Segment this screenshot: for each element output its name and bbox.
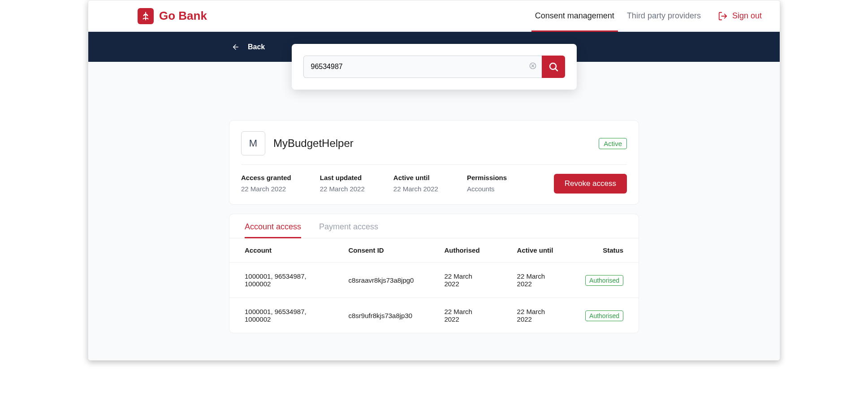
search-button[interactable] — [542, 56, 565, 78]
meta-active-until-value: 22 March 2022 — [393, 185, 438, 193]
cell-status: Authorised — [570, 263, 639, 298]
meta-access-granted-value: 22 March 2022 — [241, 185, 291, 193]
provider-card: M MyBudgetHelper Active Access granted 2… — [229, 120, 639, 205]
cell-authorised: 22 March 2022 — [429, 298, 501, 333]
access-card: Account access Payment access Account Co… — [229, 214, 639, 333]
meta-last-updated-label: Last updated — [320, 174, 365, 181]
meta-active-until-label: Active until — [393, 174, 438, 181]
status-badge: Active — [599, 138, 627, 149]
provider-avatar: M — [241, 131, 265, 155]
search-icon — [548, 61, 559, 72]
top-nav: Consent management Third party providers… — [535, 0, 762, 31]
svg-line-6 — [555, 69, 557, 71]
sign-out-button[interactable]: Sign out — [718, 11, 762, 21]
cell-status: Authorised — [570, 298, 639, 333]
brand[interactable]: Go Bank — [138, 8, 207, 24]
provider-name: MyBudgetHelper — [273, 137, 354, 150]
cell-consent-id: c8sraavr8kjs73a8jpg0 — [333, 263, 429, 298]
back-button[interactable]: Back — [232, 43, 265, 51]
cell-account: 1000001, 96534987, 1000002 — [229, 263, 333, 298]
meta-permissions-value: Accounts — [467, 185, 507, 193]
col-active-until: Active until — [502, 238, 570, 263]
access-table: Account Consent ID Authorised Active unt… — [229, 238, 639, 333]
meta-last-updated-value: 22 March 2022 — [320, 185, 365, 193]
back-label: Back — [248, 43, 265, 51]
status-badge: Authorised — [585, 310, 623, 321]
tab-payment-access[interactable]: Payment access — [319, 222, 378, 238]
status-badge: Authorised — [585, 275, 623, 286]
brand-logo-icon — [138, 8, 154, 24]
revoke-access-button[interactable]: Revoke access — [554, 174, 627, 194]
clear-search-icon[interactable] — [529, 62, 536, 71]
col-account: Account — [229, 238, 333, 263]
meta-permissions-label: Permissions — [467, 174, 507, 181]
sign-out-label: Sign out — [732, 11, 762, 21]
search-card — [292, 44, 577, 90]
meta-access-granted-label: Access granted — [241, 174, 291, 181]
sign-out-icon — [718, 11, 728, 21]
table-row[interactable]: 1000001, 96534987, 1000002 c8sr9ufr8kjs7… — [229, 298, 639, 333]
arrow-left-icon — [232, 43, 240, 51]
cell-active-until: 22 March 2022 — [502, 298, 570, 333]
col-status: Status — [570, 238, 639, 263]
brand-name: Go Bank — [159, 9, 207, 23]
cell-active-until: 22 March 2022 — [502, 263, 570, 298]
nav-third-party-providers[interactable]: Third party providers — [627, 0, 701, 31]
table-row[interactable]: 1000001, 96534987, 1000002 c8sraavr8kjs7… — [229, 263, 639, 298]
tab-account-access[interactable]: Account access — [245, 222, 301, 238]
top-bar: Go Bank Consent management Third party p… — [88, 0, 780, 32]
search-input[interactable] — [303, 56, 542, 78]
col-consent-id: Consent ID — [333, 238, 429, 263]
col-authorised: Authorised — [429, 238, 501, 263]
cell-authorised: 22 March 2022 — [429, 263, 501, 298]
nav-consent-management[interactable]: Consent management — [535, 0, 614, 31]
cell-account: 1000001, 96534987, 1000002 — [229, 298, 333, 333]
cell-consent-id: c8sr9ufr8kjs73a8jp30 — [333, 298, 429, 333]
